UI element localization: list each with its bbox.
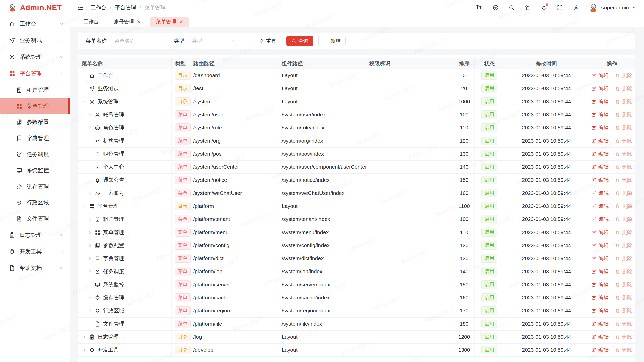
expand-toggle-icon[interactable] [87, 295, 93, 300]
sidebar-item-help-docs[interactable]: 帮助文档 [0, 260, 70, 277]
edit-button[interactable]: 编辑 [591, 203, 609, 210]
menu-name-input[interactable] [111, 36, 163, 46]
edit-button[interactable]: 编辑 [591, 229, 609, 236]
expand-toggle-icon[interactable] [87, 151, 93, 157]
font-size-icon[interactable]: TT [476, 4, 483, 11]
expand-toggle-icon[interactable] [87, 190, 93, 196]
delete-button[interactable]: 删除 [615, 151, 632, 157]
edit-button[interactable]: 编辑 [591, 242, 609, 249]
edit-button[interactable]: 编辑 [591, 72, 609, 79]
expand-toggle-icon[interactable] [87, 164, 93, 170]
delete-button[interactable]: 删除 [615, 111, 632, 118]
delete-button[interactable]: 删除 [615, 85, 632, 92]
expand-toggle-icon[interactable] [87, 125, 93, 130]
notification-icon[interactable] [540, 4, 547, 11]
collapse-menu-icon[interactable] [76, 4, 84, 11]
expand-toggle-icon[interactable] [82, 334, 87, 340]
tab-账号管理[interactable]: 账号管理✕ [108, 17, 147, 27]
sidebar-item-platform-mgmt[interactable]: 平台管理 [0, 65, 70, 82]
edit-button[interactable]: 编辑 [591, 177, 609, 184]
delete-button[interactable]: 删除 [615, 242, 632, 249]
tab-工作台[interactable]: 工作台 [77, 17, 105, 27]
delete-button[interactable]: 删除 [615, 334, 632, 340]
edit-button[interactable]: 编辑 [591, 307, 609, 314]
delete-button[interactable]: 删除 [615, 190, 632, 197]
delete-button[interactable]: 删除 [615, 347, 632, 353]
sidebar-item-job-schedule[interactable]: 任务调度 [0, 146, 70, 162]
delete-button[interactable]: 删除 [615, 281, 632, 288]
edit-button[interactable]: 编辑 [591, 268, 609, 275]
edit-button[interactable]: 编辑 [591, 151, 609, 157]
expand-toggle-icon[interactable] [87, 138, 93, 144]
sidebar-item-menu-mgmt[interactable]: 菜单管理 [0, 98, 70, 114]
delete-button[interactable]: 删除 [615, 229, 632, 236]
sidebar-item-region[interactable]: 行政区域 [0, 195, 70, 211]
delete-button[interactable]: 删除 [615, 321, 632, 327]
sidebar-item-tenant-mgmt[interactable]: 租户管理 [0, 82, 70, 98]
breadcrumb-item[interactable]: 平台管理 [115, 4, 136, 11]
reset-button[interactable]: 重置 [254, 36, 281, 46]
expand-toggle-icon[interactable] [87, 243, 93, 248]
theme-icon[interactable] [524, 4, 531, 11]
language-icon[interactable]: 中 [492, 4, 499, 11]
tab-菜单管理[interactable]: 菜单管理✕ [150, 17, 189, 27]
expand-toggle-icon[interactable] [87, 230, 93, 235]
edit-button[interactable]: 编辑 [591, 216, 609, 223]
search-icon[interactable] [508, 4, 515, 11]
expand-toggle-icon[interactable] [87, 321, 93, 327]
sidebar-item-file-mgmt[interactable]: 文件管理 [0, 211, 70, 227]
delete-button[interactable]: 删除 [615, 98, 632, 105]
edit-button[interactable]: 编辑 [591, 334, 609, 340]
edit-button[interactable]: 编辑 [591, 138, 609, 144]
edit-button[interactable]: 编辑 [591, 321, 609, 327]
sidebar-item-dev-tools[interactable]: 开发工具 [0, 243, 70, 260]
sidebar-item-log-mgmt[interactable]: 日志管理 [0, 227, 70, 243]
delete-button[interactable]: 删除 [615, 124, 632, 131]
edit-button[interactable]: 编辑 [591, 111, 609, 118]
sidebar-item-workbench[interactable]: 工作台 [0, 16, 70, 32]
expand-toggle-icon[interactable] [82, 73, 87, 78]
expand-toggle-icon[interactable] [82, 99, 87, 104]
edit-button[interactable]: 编辑 [591, 164, 609, 170]
edit-button[interactable]: 编辑 [591, 85, 609, 92]
sidebar-item-system-mgmt[interactable]: 系统管理 [0, 49, 70, 65]
delete-button[interactable]: 删除 [615, 255, 632, 262]
query-button[interactable]: 查询 [286, 36, 313, 46]
edit-button[interactable]: 编辑 [591, 294, 609, 301]
delete-button[interactable]: 删除 [615, 307, 632, 314]
fullscreen-icon[interactable] [556, 4, 564, 11]
type-select[interactable]: 类型 [188, 36, 238, 46]
delete-button[interactable]: 删除 [615, 294, 632, 301]
close-icon[interactable]: ✕ [137, 19, 141, 24]
breadcrumb-item[interactable]: 工作台 [91, 4, 106, 11]
expand-toggle-icon[interactable] [87, 308, 93, 313]
edit-button[interactable]: 编辑 [591, 124, 609, 131]
expand-toggle-icon[interactable] [82, 203, 87, 209]
sidebar-item-system-monitor[interactable]: 系统监控 [0, 162, 70, 178]
expand-toggle-icon[interactable] [87, 256, 93, 261]
edit-button[interactable]: 编辑 [591, 190, 609, 197]
edit-button[interactable]: 编辑 [591, 281, 609, 288]
sidebar-item-cache-mgmt[interactable]: 缓存管理 [0, 178, 70, 195]
expand-toggle-icon[interactable] [87, 216, 93, 222]
expand-toggle-icon[interactable] [82, 86, 87, 91]
delete-button[interactable]: 删除 [615, 177, 632, 184]
delete-button[interactable]: 删除 [615, 138, 632, 144]
edit-button[interactable]: 编辑 [591, 347, 609, 353]
delete-button[interactable]: 删除 [615, 203, 632, 210]
user-icon[interactable] [573, 4, 580, 11]
expand-toggle-icon[interactable] [87, 269, 93, 274]
edit-button[interactable]: 编辑 [591, 255, 609, 262]
user-menu[interactable]: superadmin [589, 3, 636, 12]
expand-toggle-icon[interactable] [87, 177, 93, 183]
expand-toggle-icon[interactable] [82, 347, 87, 353]
sidebar-item-param-config[interactable]: 参数配置 [0, 114, 70, 130]
sidebar-item-dict-mgmt[interactable]: 字典管理 [0, 130, 70, 146]
edit-button[interactable]: 编辑 [591, 98, 609, 105]
sidebar-item-business-test[interactable]: 业务测试 [0, 32, 70, 49]
add-button[interactable]: 新增 [318, 36, 346, 46]
delete-button[interactable]: 删除 [615, 216, 632, 223]
delete-button[interactable]: 删除 [615, 268, 632, 275]
close-icon[interactable]: ✕ [179, 19, 183, 24]
delete-button[interactable]: 删除 [615, 72, 632, 79]
